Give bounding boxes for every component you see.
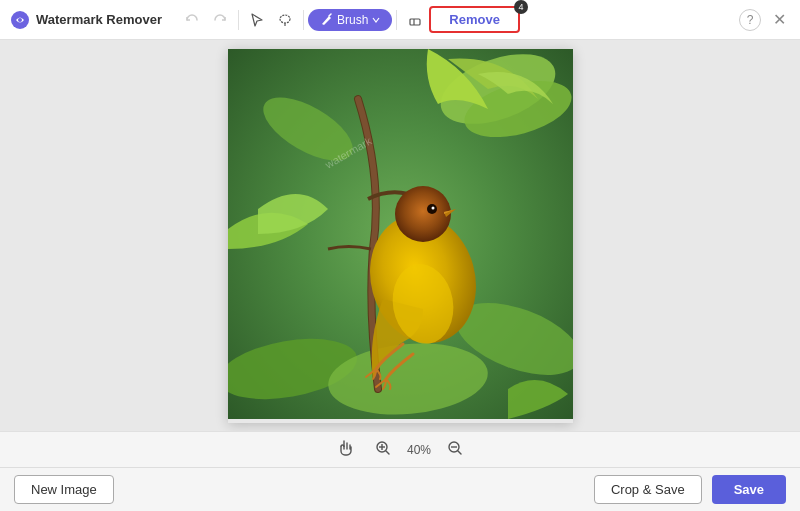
svg-line-5	[329, 14, 331, 16]
eraser-tool-button[interactable]	[401, 8, 429, 32]
svg-point-1	[18, 18, 22, 22]
bottom-bar: New Image Crop & Save Save	[0, 467, 800, 511]
app-logo-icon	[10, 10, 30, 30]
svg-point-17	[395, 186, 451, 242]
svg-rect-6	[410, 19, 420, 25]
brush-dropdown-icon	[372, 16, 380, 24]
brush-tool-button[interactable]: Brush	[308, 9, 392, 31]
zoom-out-button[interactable]	[443, 438, 467, 462]
new-image-button[interactable]: New Image	[14, 475, 114, 504]
toolbar-sep-2	[303, 10, 304, 30]
lasso-tool-button[interactable]	[271, 8, 299, 32]
toolbar-sep-3	[396, 10, 397, 30]
toolbar-sep-1	[238, 10, 239, 30]
svg-line-27	[458, 451, 461, 454]
remove-button[interactable]: Remove	[429, 6, 520, 33]
app-title: Watermark Remover	[36, 12, 162, 27]
bottom-right-actions: Crop & Save Save	[594, 475, 786, 504]
window-controls: ? ✕	[739, 8, 790, 31]
redo-button[interactable]	[206, 8, 234, 32]
select-tool-button[interactable]	[243, 8, 271, 32]
zoom-in-button[interactable]	[371, 438, 395, 462]
main-canvas-area: watermark	[0, 40, 800, 431]
svg-line-24	[386, 451, 389, 454]
remove-badge: 4	[514, 0, 528, 14]
zoom-bar: 40%	[0, 431, 800, 467]
save-button[interactable]: Save	[712, 475, 786, 504]
hand-tool-button[interactable]	[333, 437, 359, 463]
remove-btn-container: Remove 4	[429, 6, 520, 33]
title-bar: Watermark Remover Brush Remove 4 ? ✕	[0, 0, 800, 40]
svg-marker-2	[252, 14, 262, 26]
close-button[interactable]: ✕	[769, 8, 790, 31]
bird-image[interactable]: watermark	[228, 49, 573, 419]
crop-save-button[interactable]: Crop & Save	[594, 475, 702, 504]
undo-button[interactable]	[178, 8, 206, 32]
zoom-level-label: 40%	[407, 443, 431, 457]
image-container: watermark	[228, 49, 573, 423]
svg-point-19	[431, 206, 434, 209]
help-button[interactable]: ?	[739, 9, 761, 31]
svg-point-3	[280, 15, 290, 23]
